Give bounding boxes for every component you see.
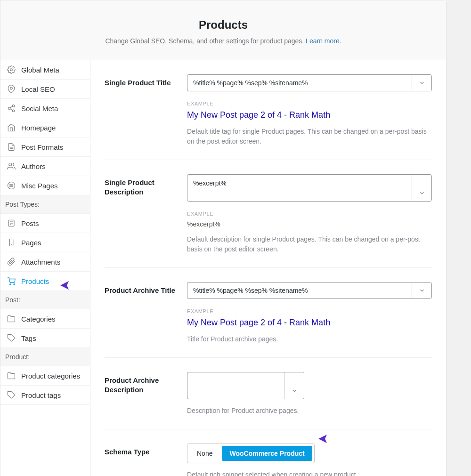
- sidebar-item-label: Post Formats: [21, 143, 63, 151]
- sidebar-item-label: Authors: [21, 162, 46, 170]
- help-text: Title for Product archive pages.: [187, 334, 432, 344]
- field-label: Schema Type: [105, 444, 178, 476]
- example-value: My New Post page 2 of 4 - Rank Math: [187, 318, 432, 328]
- example-value: My New Post page 2 of 4 - Rank Math: [187, 110, 432, 120]
- sidebar-item-label: Product categories: [21, 372, 80, 380]
- variable-dropdown-button[interactable]: [412, 75, 431, 91]
- sidebar-item-categories[interactable]: Categories: [0, 309, 90, 329]
- annotation-arrow-schema: [318, 434, 346, 444]
- svg-point-4: [12, 110, 15, 112]
- home-icon: [7, 123, 16, 132]
- list-icon: [7, 181, 16, 190]
- sidebar-item-pages[interactable]: Pages: [0, 233, 90, 252]
- svg-point-9: [9, 163, 12, 166]
- help-text: Default rich snippet selected when creat…: [187, 470, 432, 476]
- field-product-archive-title: Product Archive Title EXAMPLE My New Pos…: [105, 282, 432, 358]
- description-input-group: %excerpt%: [187, 174, 432, 202]
- example-value: %excerpt%: [187, 220, 432, 228]
- svg-point-2: [12, 105, 15, 107]
- sidebar-item-local-seo[interactable]: Local SEO: [0, 80, 90, 99]
- archive-description-input-group: [187, 372, 304, 399]
- document-icon: [7, 143, 16, 151]
- variable-dropdown-button[interactable]: [412, 282, 431, 299]
- sidebar-section-product: Product:: [0, 348, 90, 366]
- single-description-input[interactable]: %excerpt%: [187, 175, 412, 201]
- sidebar-item-label: Local SEO: [21, 85, 55, 93]
- sidebar-item-label: Tags: [21, 334, 36, 342]
- variable-dropdown-button[interactable]: [412, 175, 431, 201]
- schema-type-toggle-group: None WooCommerce Product: [187, 444, 315, 463]
- svg-point-3: [8, 107, 10, 110]
- sidebar-item-authors[interactable]: Authors: [0, 157, 90, 176]
- users-icon: [7, 162, 16, 170]
- single-title-input[interactable]: [187, 75, 412, 91]
- svg-line-6: [10, 106, 12, 108]
- field-label: Single Product Title: [105, 74, 178, 146]
- sidebar-item-posts[interactable]: Posts: [0, 214, 90, 233]
- sidebar-section-post: Post:: [0, 291, 90, 309]
- field-schema-type: Schema Type None WooCommerce Product Def…: [105, 444, 432, 476]
- svg-point-21: [14, 284, 15, 285]
- sidebar-item-global-meta[interactable]: Global Meta: [0, 60, 90, 80]
- sidebar-item-product-tags[interactable]: Product tags: [0, 386, 90, 405]
- sidebar-item-label: Attachments: [21, 258, 60, 266]
- svg-point-1: [10, 87, 13, 89]
- share-icon: [7, 104, 16, 113]
- sidebar-item-label: Misc Pages: [21, 182, 58, 190]
- field-single-product-title: Single Product Title EXAMPLE My New Post…: [105, 74, 432, 160]
- svg-rect-18: [9, 239, 13, 246]
- sidebar-section-post-types: Post Types:: [0, 195, 90, 214]
- title-input-group: [187, 74, 432, 91]
- device-icon: [7, 238, 16, 247]
- example-label: EXAMPLE: [187, 101, 432, 106]
- learn-more-link[interactable]: Learn more: [306, 37, 340, 45]
- post-icon: [7, 219, 16, 227]
- folder-icon: [7, 315, 16, 323]
- annotation-arrow-products: [60, 280, 88, 290]
- schema-option-none[interactable]: None: [189, 446, 220, 461]
- tag-icon: [7, 391, 16, 399]
- settings-form: Single Product Title EXAMPLE My New Post…: [90, 60, 446, 476]
- sidebar-item-misc-pages[interactable]: Misc Pages: [0, 176, 90, 195]
- sidebar-item-tags[interactable]: Tags: [0, 329, 90, 348]
- paperclip-icon: [7, 258, 16, 266]
- shopping-cart-icon: [7, 277, 16, 285]
- help-text: Description for Product archive pages.: [187, 406, 304, 416]
- field-label: Product Archive Title: [105, 282, 178, 344]
- sidebar-item-attachments[interactable]: Attachments: [0, 252, 90, 272]
- sidebar-item-label: Product tags: [21, 391, 61, 399]
- page-subtitle: Change Global SEO, Schema, and other set…: [10, 37, 437, 45]
- sidebar-item-label: Posts: [21, 219, 39, 227]
- archive-title-input-group: [187, 282, 432, 299]
- sidebar-item-product-categories[interactable]: Product categories: [0, 366, 90, 386]
- sidebar-item-label: Pages: [21, 239, 41, 247]
- sidebar-item-homepage[interactable]: Homepage: [0, 118, 90, 137]
- field-product-archive-description: Product Archive Description Description …: [105, 372, 432, 429]
- sidebar-item-label: Categories: [21, 315, 56, 323]
- page-header: Products Change Global SEO, Schema, and …: [0, 0, 446, 60]
- variable-dropdown-button[interactable]: [284, 372, 304, 399]
- help-text: Default title tag for single Product pag…: [187, 127, 432, 146]
- field-single-product-description: Single Product Description %excerpt% EXA…: [105, 174, 432, 268]
- archive-description-input[interactable]: [187, 372, 284, 399]
- archive-title-input[interactable]: [187, 282, 412, 299]
- schema-option-woocommerce[interactable]: WooCommerce Product: [222, 446, 312, 461]
- example-label: EXAMPLE: [187, 211, 432, 217]
- svg-line-5: [10, 109, 12, 110]
- svg-point-20: [10, 284, 11, 285]
- help-text: Default description for single Product p…: [187, 234, 432, 254]
- gear-icon: [7, 65, 16, 74]
- sidebar-item-social-meta[interactable]: Social Meta: [0, 99, 90, 118]
- sidebar-item-label: Global Meta: [21, 66, 59, 74]
- field-label: Product Archive Description: [105, 372, 178, 416]
- sidebar-item-label: Homepage: [21, 124, 56, 132]
- example-label: EXAMPLE: [187, 308, 432, 314]
- tag-icon: [7, 334, 16, 342]
- sidebar-item-post-formats[interactable]: Post Formats: [0, 137, 90, 157]
- location-pin-icon: [7, 85, 16, 93]
- page-title: Products: [10, 18, 437, 32]
- sidebar-item-label: Products: [21, 277, 49, 285]
- field-label: Single Product Description: [105, 174, 178, 254]
- settings-sidebar: Global Meta Local SEO Social Meta Homepa…: [0, 60, 90, 476]
- folder-icon: [7, 371, 16, 380]
